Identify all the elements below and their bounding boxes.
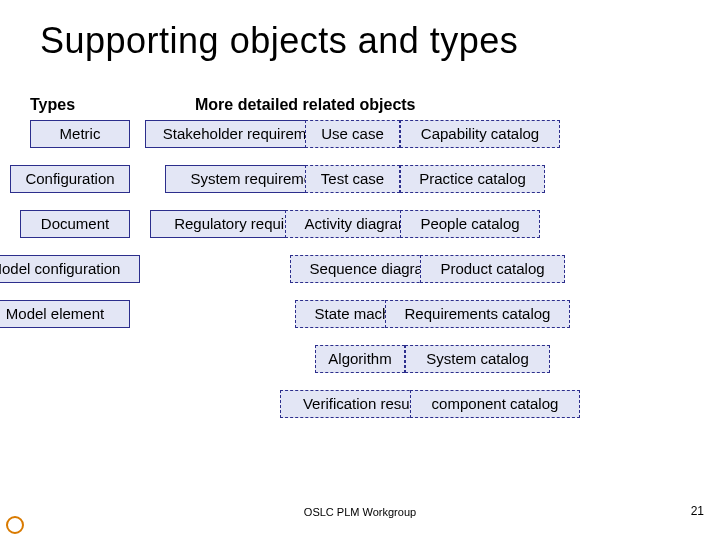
slide-title: Supporting objects and types — [40, 20, 518, 62]
box-algorithm: Algorithm — [315, 345, 405, 373]
box-test-case: Test case — [305, 165, 400, 193]
heading-types: Types — [30, 96, 75, 114]
box-system-catalog: System catalog — [405, 345, 550, 373]
footer-text: OSLC PLM Workgroup — [0, 506, 720, 518]
slide: Supporting objects and types Types More … — [0, 0, 720, 540]
box-document: Document — [20, 210, 130, 238]
box-metric: Metric — [30, 120, 130, 148]
box-capability-catalog: Capability catalog — [400, 120, 560, 148]
corner-bullet-icon — [6, 516, 24, 534]
box-people-catalog: People catalog — [400, 210, 540, 238]
box-practice-catalog: Practice catalog — [400, 165, 545, 193]
box-model-element: Model element — [0, 300, 130, 328]
box-use-case: Use case — [305, 120, 400, 148]
box-requirements-catalog: Requirements catalog — [385, 300, 570, 328]
box-configuration: Configuration — [10, 165, 130, 193]
box-component-catalog: component catalog — [410, 390, 580, 418]
page-number: 21 — [691, 504, 704, 518]
heading-more-detailed: More detailed related objects — [195, 96, 416, 114]
box-model-configuration: Model configuration — [0, 255, 140, 283]
box-product-catalog: Product catalog — [420, 255, 565, 283]
